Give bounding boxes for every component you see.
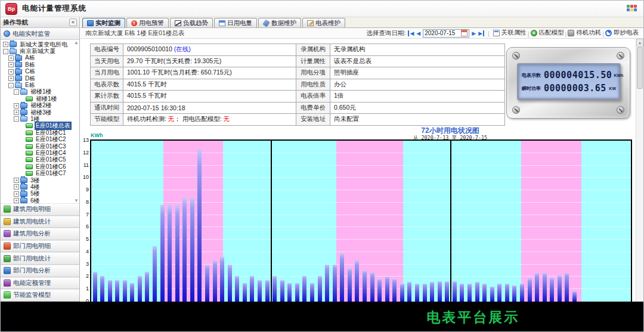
chart-bar	[572, 291, 577, 302]
grid-cell-icon	[627, 5, 630, 8]
value-segment: 4015.5 千瓦时	[127, 80, 167, 88]
sidebar-section-bldg-purple[interactable]: 建筑用电分析	[1, 228, 79, 240]
chart-bar	[370, 272, 374, 302]
tree-scroll-down-icon[interactable]: ▼	[74, 198, 79, 203]
row-label: 计量属性	[296, 55, 330, 67]
tab-calendar[interactable]: 日用电量	[214, 18, 257, 27]
y-tick-label: 3	[81, 261, 89, 267]
gridline	[91, 153, 631, 153]
tab-wrench[interactable]: 数据维护	[258, 18, 301, 27]
date-input[interactable]: 2020-07-15	[423, 29, 469, 38]
tree-expander-icon[interactable]: +	[14, 184, 19, 190]
tab-edit[interactable]: 电表维护	[302, 18, 345, 27]
date-prev-button[interactable]: ◀	[416, 30, 420, 36]
tree-item[interactable]: +6楼	[1, 197, 79, 203]
tree-expander-icon[interactable]: +	[14, 178, 19, 183]
y-tick-label: 6	[81, 224, 89, 229]
date-last-button[interactable]: ▶	[478, 30, 484, 36]
tree-item-label: 6楼	[29, 197, 41, 203]
sidebar-section-label: 电能定额管理	[13, 279, 51, 287]
tree-expander-icon[interactable]: -	[14, 89, 19, 95]
chart-bar	[438, 281, 442, 302]
tree-expander-icon[interactable]: +	[8, 76, 14, 81]
folder-icon	[20, 103, 27, 108]
chart-bar	[250, 276, 254, 302]
toolbar-button-standby[interactable]: 待机功耗	[568, 29, 601, 37]
tree-item[interactable]: +D栋	[1, 75, 79, 82]
meter-icon	[26, 165, 33, 169]
sidebar-collapse-button[interactable]: «	[69, 18, 77, 26]
tree-expander-icon[interactable]: +	[8, 69, 14, 75]
tree-item[interactable]: -南京新城大厦	[1, 48, 79, 54]
gridline	[91, 276, 631, 277]
apps-grid-icon[interactable]	[627, 5, 639, 13]
y-tick-label: 8	[81, 199, 89, 205]
value-segment: 待机功耗检测:	[127, 115, 168, 122]
tree-scroll-up-icon[interactable]: ▲	[74, 40, 79, 45]
row-value: 2020-07-15 16:30:18	[123, 102, 296, 114]
tree-item[interactable]: +A栋	[1, 55, 79, 61]
monitor-icon	[87, 20, 94, 26]
sidebar: 操作导航 « 电能实时监管 ▲ ▼ +新城大厦变电所电-南京新城大厦+A栋+B栋…	[1, 17, 80, 331]
tree-expander-icon[interactable]: +	[8, 62, 14, 67]
lcd-digits: 00000003.65	[544, 83, 606, 94]
row-label: 用电分项	[296, 67, 330, 79]
screw-icon	[512, 106, 520, 114]
meter-lcd-panel: 电表示数000004015.50KWh瞬时功率00000003.65KW	[506, 47, 630, 119]
sidebar-section-model-green[interactable]: 节能监管模型	[1, 289, 79, 302]
sidebar-section-label: 建筑用电分析	[13, 229, 51, 238]
tree-expander-icon[interactable]: -	[3, 49, 8, 54]
calendar-icon[interactable]	[461, 30, 467, 36]
meter-info-table: 电表编号0009905010010 (在线)录属机构无录属机构当天用电29.70…	[90, 44, 505, 126]
tree-item[interactable]: +C栋	[1, 69, 79, 75]
tab-monitor[interactable]: 实时监测	[82, 18, 125, 27]
scroll-up-arrow[interactable]: ▲	[636, 39, 643, 46]
date-first-button[interactable]: ◀	[408, 30, 414, 36]
tab-label: 实时监测	[95, 19, 120, 27]
sidebar-section-dept-red[interactable]: 部门用电明细	[1, 240, 79, 253]
sidebar-section-dept-blue[interactable]: 部门用电分析	[1, 265, 79, 277]
date-next-button[interactable]: ▶	[472, 30, 476, 36]
table-row: 累计示数4015.5 千瓦时电表倍率1倍	[91, 91, 505, 103]
gridline	[91, 226, 631, 227]
tab-trend[interactable]: 负载趋势	[170, 18, 213, 27]
wrench-icon	[262, 19, 270, 27]
sidebar-section-bldg-yellow[interactable]: 建筑用电统计	[1, 216, 79, 228]
tree-expander-icon[interactable]: +	[14, 191, 19, 197]
tree-expander-icon[interactable]: +	[3, 42, 8, 47]
toolbar-button-props[interactable]: 关联属性	[493, 29, 527, 37]
table-row: 当月用电1001.10 千瓦时(当月耗费: 650.715元)用电分项照明插座	[91, 67, 505, 79]
tab-alert[interactable]: !用电预警	[126, 18, 169, 27]
tree-expander-icon[interactable]: -	[14, 116, 19, 122]
folder-icon	[15, 62, 22, 67]
sidebar-section-quota-purple[interactable]: 电能定额管理	[1, 277, 79, 290]
tree-expander-icon[interactable]: -	[8, 83, 14, 88]
vertical-scrollbar[interactable]: ▲	[636, 39, 643, 331]
sidebar-section-label: 节能监管模型	[13, 291, 51, 299]
chart-bar	[535, 273, 539, 302]
path-bar: 南京新城大厦 E栋 1楼 E座01楼总表 选择查询日期: ◀ ◀ 2020-07…	[80, 28, 643, 39]
toolbar-button-gear-green[interactable]: 匹配模型	[531, 29, 564, 37]
bldg-green-icon	[4, 206, 11, 213]
row-value: 1001.10 千瓦时(当月耗费: 650.715元)	[123, 67, 296, 79]
chart-bar	[355, 260, 359, 302]
row-value: 尚未配置	[330, 114, 505, 126]
chart-bar	[205, 265, 209, 302]
meter-tree: ▲ ▼ +新城大厦变电所电-南京新城大厦+A栋+B栋+C栋+D栋-E栋-裙楼1楼…	[1, 40, 79, 203]
sidebar-section-bldg-green[interactable]: 建筑用电明细	[1, 203, 79, 216]
toolbar-button-label: 关联属性	[501, 29, 527, 37]
sidebar-section-realtime[interactable]: 电能实时监管	[1, 28, 79, 40]
chart-bar	[528, 278, 532, 302]
sidebar-section-dept-green[interactable]: 部门用电统计	[1, 252, 79, 265]
tree-item[interactable]: +B栋	[1, 61, 79, 68]
toolbar-button-refresh[interactable]: 即抄电表	[605, 29, 639, 37]
sidebar-sections: 建筑用电明细建筑用电统计建筑用电分析部门用电明细部门用电统计部门用电分析电能定额…	[1, 203, 79, 302]
folder-icon	[20, 110, 27, 115]
tree-expander-icon[interactable]: +	[14, 103, 19, 108]
tree-expander-icon[interactable]: +	[8, 55, 14, 61]
chart-bar	[453, 281, 457, 302]
grid-cell-icon	[630, 5, 633, 8]
scroll-thumb[interactable]	[637, 47, 643, 89]
tree-expander-icon[interactable]: +	[14, 198, 19, 203]
tree-expander-icon[interactable]: +	[14, 110, 19, 115]
